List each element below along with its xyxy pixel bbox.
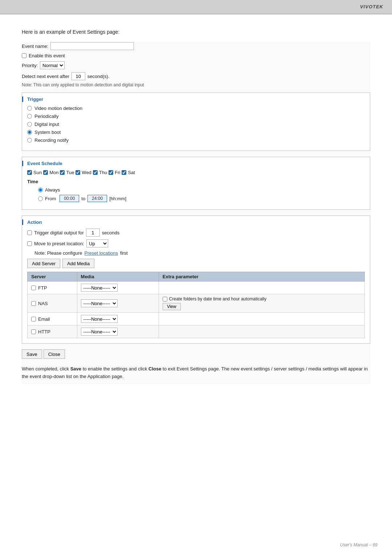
day-wed-checkbox[interactable]	[75, 170, 80, 175]
table-header-row: Server Media Extra parameter	[28, 272, 365, 282]
ftp-media-select[interactable]: -----None-----	[81, 284, 118, 292]
close-button[interactable]: Close	[44, 349, 65, 359]
page-wrapper: VIVOTEK Here is an example of Event Sett…	[0, 0, 392, 554]
trigger-digital-value-input[interactable]	[86, 229, 100, 237]
nas-checkbox[interactable]	[31, 301, 36, 306]
server-table: Server Media Extra parameter FTP	[27, 272, 365, 338]
main-content: Here is an example of Event Settings pag…	[0, 15, 392, 399]
ftp-media: -----None-----	[77, 282, 159, 294]
nas-date-folder-label: Create folders by date time and hour aut…	[169, 296, 266, 301]
event-schedule-section: Event Schedule Sun Mon Tue	[22, 157, 370, 210]
trigger-digital-label-after: seconds	[102, 230, 119, 235]
day-tue-label: Tue	[66, 170, 74, 175]
http-checkbox[interactable]	[31, 329, 36, 334]
trigger-system-boot-radio[interactable]	[27, 130, 32, 135]
day-thu-label: Thu	[99, 170, 107, 175]
col-extra: Extra parameter	[159, 272, 364, 282]
save-button[interactable]: Save	[22, 349, 42, 359]
server-ftp: FTP	[28, 282, 77, 294]
move-preset-row: Move to preset location: Up Down Left Ri…	[27, 239, 365, 247]
day-sat-checkbox[interactable]	[122, 170, 126, 175]
ftp-label: FTP	[38, 285, 47, 291]
http-media-select[interactable]: -----None-----	[81, 328, 118, 336]
trigger-periodically-label: Periodically	[34, 114, 58, 119]
from-radio[interactable]	[38, 196, 43, 201]
day-sun-checkbox[interactable]	[27, 170, 32, 175]
page-footer: User's Manual – 69	[340, 542, 377, 547]
ftp-checkbox[interactable]	[31, 286, 36, 290]
trigger-title: Trigger	[27, 97, 365, 102]
email-checkbox[interactable]	[31, 317, 36, 321]
trigger-system-boot-row: System boot	[27, 130, 365, 135]
server-http: HTTP	[28, 325, 77, 338]
note-after: first	[120, 250, 128, 256]
trigger-system-boot-label: System boot	[34, 130, 61, 135]
nas-date-folder-checkbox[interactable]	[163, 297, 167, 301]
note-preset-row: Note: Please configure Preset locations …	[34, 250, 365, 256]
move-preset-label: Move to preset location:	[34, 241, 84, 246]
from-label: From	[45, 196, 56, 201]
from-time-input[interactable]	[60, 195, 79, 202]
top-bar: VIVOTEK	[0, 0, 392, 14]
day-mon: Mon	[43, 170, 58, 175]
nas-view-button[interactable]: View	[163, 303, 181, 310]
always-row: Always	[38, 187, 365, 193]
to-time-input[interactable]	[87, 195, 107, 202]
add-media-button[interactable]: Add Media	[62, 259, 94, 268]
trigger-periodically-row: Periodically	[27, 114, 365, 119]
from-to-row: From to [hh:mm]	[38, 195, 365, 202]
table-row: NAS -----None-----	[28, 294, 365, 313]
trigger-recording-row: Recording notify	[27, 138, 365, 143]
day-fri-checkbox[interactable]	[109, 170, 113, 175]
action-title: Action	[27, 219, 365, 225]
trigger-video-label: Video motion detection	[34, 106, 82, 111]
to-label: to	[81, 196, 85, 201]
form-note: Note: This can only applied to motion de…	[22, 82, 370, 87]
priority-row: Priority: Normal High Low	[22, 61, 370, 69]
http-extra	[159, 325, 364, 338]
trigger-periodically-radio[interactable]	[27, 114, 32, 119]
move-preset-select[interactable]: Up Down Left Right	[86, 239, 108, 247]
trigger-digital-output-checkbox[interactable]	[27, 230, 32, 235]
day-tue-checkbox[interactable]	[60, 170, 65, 175]
day-mon-checkbox[interactable]	[43, 170, 48, 175]
trigger-digital-output-row: Trigger digital output for seconds	[27, 229, 365, 237]
bottom-close-label: Close	[148, 366, 161, 372]
nas-media: -----None-----	[77, 294, 159, 313]
trigger-video-radio[interactable]	[27, 106, 32, 111]
days-row: Sun Mon Tue Wed	[27, 170, 365, 175]
enable-event-checkbox[interactable]	[22, 53, 26, 58]
preset-locations-link[interactable]: Preset locations	[85, 250, 118, 256]
move-preset-checkbox[interactable]	[27, 241, 32, 246]
event-name-label: Event name:	[22, 44, 48, 49]
day-wed: Wed	[75, 170, 91, 175]
email-media-select[interactable]: -----None-----	[81, 315, 118, 323]
nas-media-select[interactable]: -----None-----	[81, 299, 118, 307]
detect-value-input[interactable]	[72, 72, 85, 80]
always-radio[interactable]	[38, 188, 43, 192]
day-sat: Sat	[122, 170, 135, 175]
http-media: -----None-----	[77, 325, 159, 338]
priority-select[interactable]: Normal High Low	[40, 61, 65, 69]
enable-event-label: Enable this event	[29, 53, 65, 58]
email-extra	[159, 313, 364, 325]
time-section-label: Time	[27, 179, 365, 184]
ftp-extra	[159, 282, 364, 294]
note-before: Note: Please configure	[34, 250, 82, 256]
detect-label-before: Detect next event after	[22, 74, 69, 79]
bottom-text: When completed, click Save to enable the…	[22, 365, 370, 381]
trigger-digital-radio[interactable]	[27, 122, 32, 127]
intro-text: Here is an example of Event Settings pag…	[22, 29, 370, 35]
day-tue: Tue	[60, 170, 74, 175]
day-thu-checkbox[interactable]	[93, 170, 98, 175]
bottom-text-1: When completed, click	[22, 366, 70, 372]
event-name-row: Event name:	[22, 42, 370, 50]
add-server-button[interactable]: Add Server	[27, 259, 60, 268]
bottom-save-label: Save	[70, 366, 81, 372]
trigger-recording-radio[interactable]	[27, 138, 32, 143]
table-row: FTP -----None-----	[28, 282, 365, 294]
event-name-input[interactable]	[50, 42, 134, 50]
nas-label: NAS	[38, 301, 48, 306]
col-media: Media	[77, 272, 159, 282]
table-row: HTTP -----None-----	[28, 325, 365, 338]
